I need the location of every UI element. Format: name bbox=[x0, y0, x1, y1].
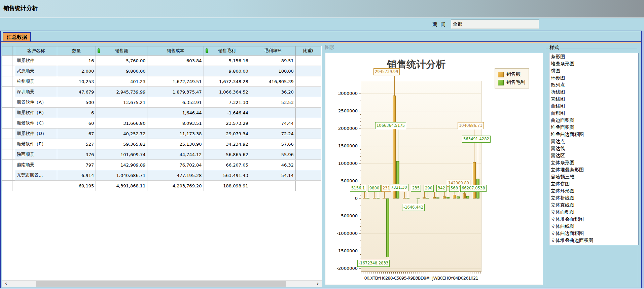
row-header-cell[interactable] bbox=[2, 56, 12, 66]
bar-销售毛利 bbox=[417, 198, 420, 199]
column-header[interactable]: 毛利率% bbox=[250, 46, 295, 56]
style-list-item[interactable]: 曲边面积图 bbox=[549, 117, 638, 124]
row-header-cell[interactable] bbox=[2, 149, 12, 160]
style-list-item[interactable]: 堆叠条形图 bbox=[549, 60, 638, 67]
column-header[interactable]: 数量 bbox=[57, 46, 96, 56]
x-axis-tick bbox=[434, 272, 434, 274]
style-list-item[interactable]: 立体直线图 bbox=[549, 202, 638, 209]
column-header[interactable]: 客户名称 bbox=[15, 46, 57, 56]
indicator-column-header bbox=[12, 46, 15, 56]
x-axis-label: 00.XTBYH0288-C5895-R9B3BD8#HJWB0EHOY84D0… bbox=[341, 276, 501, 281]
tab-summary-data[interactable]: 汇总数据 bbox=[3, 32, 31, 41]
style-list-item[interactable]: 立体饼图 bbox=[549, 180, 638, 187]
chart-data-label: 7321.30 bbox=[390, 184, 408, 191]
label-stem bbox=[364, 192, 365, 198]
table-total-row: 69,1954,391,868.114,203,769.20188,098.91 bbox=[2, 181, 321, 191]
gridline bbox=[361, 251, 481, 251]
style-list-item[interactable]: 立体折线图 bbox=[549, 194, 638, 202]
table-cell: 5,760.00 bbox=[96, 56, 147, 66]
row-header-cell[interactable] bbox=[2, 66, 12, 76]
style-list-item[interactable]: 曼哈顿三维 bbox=[549, 173, 638, 180]
table-cell: 47,679 bbox=[57, 87, 96, 97]
style-list-item[interactable]: 立体环形图 bbox=[549, 187, 638, 194]
style-list-item[interactable]: 饼图 bbox=[549, 67, 638, 74]
scroll-left-icon[interactable]: ‹ bbox=[3, 281, 9, 287]
table-row: 顺景软件（D）6740,252.7211,173.3829,079.3472.2… bbox=[2, 129, 321, 139]
chart-data-label: 2945739.99 bbox=[373, 68, 400, 75]
x-axis-tick bbox=[391, 272, 392, 274]
style-list-item[interactable]: 散列点 bbox=[549, 81, 638, 88]
period-input[interactable] bbox=[451, 20, 539, 29]
table-row: 顺景软件（B）61,646.44-1,646.44 bbox=[2, 108, 321, 118]
row-header-cell[interactable] bbox=[2, 129, 12, 139]
x-axis-tick bbox=[383, 272, 384, 274]
row-header-cell[interactable] bbox=[2, 170, 12, 181]
style-list-item[interactable]: 堆叠面积图 bbox=[549, 124, 638, 131]
table-cell: 66,207.05 bbox=[204, 160, 250, 170]
style-list-item[interactable]: 立体堆叠曲边面积图 bbox=[549, 237, 638, 244]
chart-style-listbox[interactable]: 条形图堆叠条形图饼图环形图散列点折线图直线图曲线图面积图曲边面积图堆叠面积图堆叠… bbox=[549, 53, 639, 245]
style-list-item[interactable]: 折线图 bbox=[549, 88, 638, 96]
table-cell: -1,646.44 bbox=[204, 108, 250, 118]
style-list-item[interactable]: 立体曲线图 bbox=[549, 223, 638, 230]
style-list-item[interactable]: 雷达线 bbox=[549, 145, 638, 152]
style-list-item[interactable]: 立体曲边面积图 bbox=[549, 230, 638, 237]
table-cell: 23,573.29 bbox=[204, 118, 250, 129]
y-axis-tick bbox=[359, 216, 361, 216]
table-cell: 56,865.62 bbox=[204, 149, 250, 160]
x-axis-tick bbox=[470, 272, 470, 274]
gridline bbox=[361, 111, 481, 111]
style-list-item[interactable]: 立体面积图 bbox=[549, 209, 638, 216]
style-list-item[interactable]: 曲线图 bbox=[549, 103, 638, 110]
label-connector bbox=[398, 130, 398, 161]
label-stem bbox=[428, 192, 428, 198]
style-list-item[interactable]: 直线图 bbox=[549, 96, 638, 103]
row-header-cell[interactable] bbox=[2, 160, 12, 170]
panel-content: 客户名称数量销售额销售成本销售毛利毛利率%比重( 顺景软件165,760.006… bbox=[1, 43, 641, 288]
row-header-cell[interactable] bbox=[2, 76, 12, 87]
scrollbar-thumb[interactable] bbox=[36, 281, 286, 287]
table-cell: 100.00 bbox=[250, 66, 295, 76]
chart-data-label: 290 bbox=[424, 185, 434, 192]
legend-item-sales: 销售额 bbox=[498, 71, 525, 77]
table-cell: 越南顺景 bbox=[15, 160, 57, 170]
row-header-cell[interactable] bbox=[2, 139, 12, 149]
x-axis-tick bbox=[405, 272, 406, 274]
style-list-item[interactable]: 条形图 bbox=[549, 53, 638, 60]
scroll-right-icon[interactable]: › bbox=[314, 281, 321, 287]
table-cell: 陕西顺景 bbox=[15, 149, 57, 160]
style-list-item[interactable]: 雷达区 bbox=[549, 152, 638, 159]
column-header[interactable]: 销售毛利 bbox=[204, 46, 250, 56]
y-axis-minor-tick bbox=[360, 213, 361, 213]
x-axis-tick bbox=[403, 272, 404, 274]
table-cell: 603.84 bbox=[147, 56, 204, 66]
style-list-item[interactable]: 环形图 bbox=[549, 74, 638, 81]
column-header[interactable]: 销售额 bbox=[96, 46, 147, 56]
style-list-item[interactable]: 雷达点 bbox=[549, 138, 638, 145]
horizontal-scrollbar[interactable]: ‹ › bbox=[2, 280, 322, 287]
y-axis-minor-tick bbox=[360, 153, 361, 153]
column-header[interactable]: 比重( bbox=[295, 46, 321, 56]
x-axis-tick bbox=[476, 272, 476, 274]
row-header-cell[interactable] bbox=[2, 97, 12, 108]
row-header-cell[interactable] bbox=[2, 108, 12, 118]
table-cell bbox=[295, 56, 321, 66]
table-cell: 477,195.28 bbox=[147, 170, 204, 181]
row-header-cell[interactable] bbox=[2, 87, 12, 97]
row-header-cell[interactable] bbox=[2, 118, 12, 129]
style-list-item[interactable]: 面积图 bbox=[549, 110, 638, 117]
x-axis-tick bbox=[480, 272, 480, 274]
y-axis-minor-tick bbox=[360, 104, 361, 104]
table-cell: 6,914 bbox=[57, 170, 96, 181]
y-axis-tick bbox=[359, 129, 361, 129]
indicator-cell bbox=[12, 139, 15, 149]
style-list-item[interactable]: 立体条形图 bbox=[549, 159, 638, 166]
style-list-item[interactable]: 立体堆叠条形图 bbox=[549, 166, 638, 173]
column-header-label: 比重( bbox=[303, 48, 314, 53]
label-stem bbox=[384, 192, 385, 198]
table-cell: 142,909.89 bbox=[96, 160, 147, 170]
label-stem bbox=[434, 192, 435, 198]
style-list-item[interactable]: 堆叠曲边面积图 bbox=[549, 131, 638, 138]
column-header[interactable]: 销售成本 bbox=[147, 46, 204, 56]
style-list-item[interactable]: 立体堆叠面积图 bbox=[549, 216, 638, 223]
